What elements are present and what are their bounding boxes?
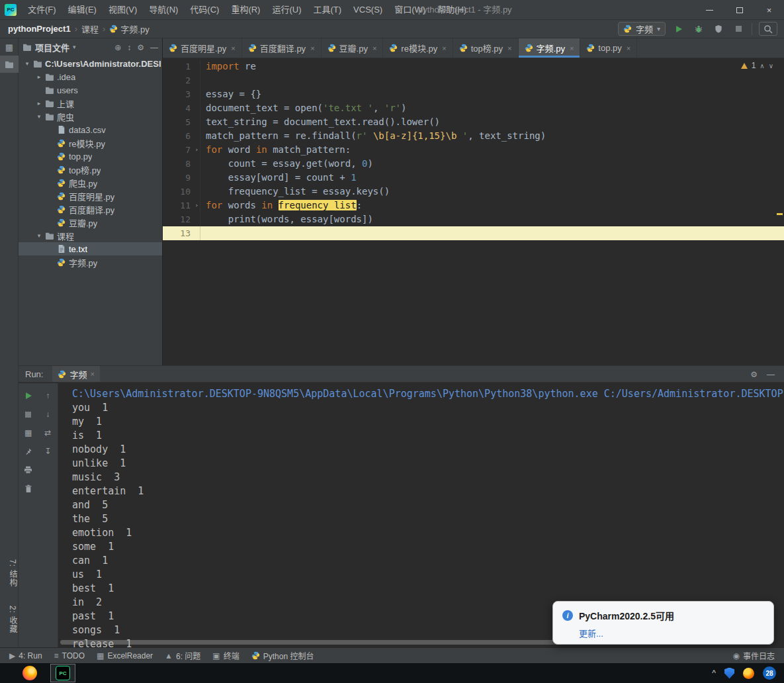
menu-item[interactable]: 运行(U) <box>266 0 307 19</box>
code-line[interactable]: 9 essay[word] = count + 1 <box>163 171 784 185</box>
minimize-button[interactable] <box>695 0 724 20</box>
inspection-widget[interactable]: 1 ∧ ∨ <box>741 61 773 70</box>
line-number[interactable]: 7› <box>163 143 200 157</box>
editor-tab[interactable]: 豆瓣.py× <box>322 38 384 58</box>
debug-button[interactable] <box>692 23 705 36</box>
favorites-tool-tab[interactable]: 2: 收藏 <box>0 606 19 633</box>
locate-icon[interactable]: ⊕ <box>114 42 121 52</box>
code-editor[interactable]: 1import re23essay = {}4document_text = o… <box>163 58 784 365</box>
stop-button[interactable] <box>21 408 36 420</box>
line-number[interactable]: 13 <box>163 226 200 240</box>
layout-button[interactable]: ▦ <box>21 427 36 439</box>
search-button[interactable] <box>759 22 777 36</box>
notification-popup[interactable]: i PyCharm2020.2.5可用 更新... <box>552 601 774 645</box>
status-item[interactable]: ≡TODO <box>54 650 85 661</box>
tray-app-icon[interactable] <box>743 668 754 679</box>
code-line[interactable]: 1import re <box>163 60 784 73</box>
line-number[interactable]: 10 <box>163 185 200 199</box>
close-icon[interactable]: × <box>90 370 94 378</box>
chevron-right-icon[interactable]: ▸ <box>34 100 44 107</box>
rerun-button[interactable] <box>21 390 36 402</box>
tree-item[interactable]: 百度明星.py <box>19 189 162 203</box>
settings-icon[interactable]: ⚙ <box>750 369 758 379</box>
coverage-button[interactable] <box>712 23 725 36</box>
tree-item[interactable]: re模块.py <box>19 136 162 150</box>
tree-item[interactable]: 字频.py <box>19 255 162 269</box>
line-number[interactable]: 2 <box>163 73 200 87</box>
line-number[interactable]: 4 <box>163 101 200 115</box>
menu-item[interactable]: 文件(F) <box>22 0 62 19</box>
code-line[interactable]: 12 print(words, essay[words]) <box>163 212 784 226</box>
line-number[interactable]: 11› <box>163 199 200 212</box>
breadcrumb-item[interactable]: 课程 <box>81 23 99 35</box>
line-number[interactable]: 1 <box>163 60 200 73</box>
fold-chevron-icon[interactable]: › <box>195 199 198 212</box>
menu-item[interactable]: VCS(S) <box>347 0 388 19</box>
up-button[interactable]: ↑ <box>40 390 55 402</box>
tray-badge[interactable]: 28 <box>763 666 776 680</box>
tree-item[interactable]: ▸上课 <box>19 97 162 110</box>
editor-tab[interactable]: 百度明星.py× <box>163 38 242 58</box>
stop-button[interactable] <box>732 23 745 36</box>
code-line[interactable]: 13 <box>163 226 784 240</box>
tree-item[interactable]: ▸.idea <box>19 70 162 83</box>
project-tree[interactable]: ▾C:\Users\Administrator.DESI▸.ideausers▸… <box>19 57 162 365</box>
tree-item[interactable]: 爬虫.py <box>19 176 162 189</box>
line-number[interactable]: 9 <box>163 171 200 185</box>
tree-item[interactable]: top榜.py <box>19 163 162 176</box>
scroll-end-button[interactable]: ↧ <box>40 445 55 457</box>
run-config-selector[interactable]: 字频 ▾ <box>618 22 666 36</box>
maximize-button[interactable] <box>724 0 754 20</box>
chevron-right-icon[interactable]: ▸ <box>34 73 44 80</box>
status-item[interactable]: ▦ExcelReader <box>97 650 153 661</box>
line-number[interactable]: 3 <box>163 87 200 101</box>
line-number[interactable]: 6 <box>163 129 200 143</box>
taskbar-pycharm-button[interactable]: PC <box>50 664 75 682</box>
project-stripe-button[interactable] <box>0 56 19 73</box>
fold-chevron-icon[interactable]: › <box>195 143 198 157</box>
menu-item[interactable]: 工具(T) <box>307 0 347 19</box>
status-item[interactable]: ◉事件日志 <box>733 650 775 661</box>
code-line[interactable]: 3essay = {} <box>163 87 784 101</box>
menu-item[interactable]: 重构(R) <box>225 0 266 19</box>
taskbar-firefox-button[interactable] <box>17 664 42 682</box>
tree-item[interactable]: ▾C:\Users\Administrator.DESI <box>19 57 162 70</box>
tree-item[interactable]: ▾课程 <box>19 229 162 242</box>
collapse-icon[interactable]: ↕ <box>127 42 131 52</box>
close-icon[interactable]: × <box>231 44 235 52</box>
code-line[interactable]: 8 count = essay.get(word, 0) <box>163 157 784 171</box>
code-line[interactable]: 11›for words in frequency_list: <box>163 199 784 212</box>
close-button[interactable]: × <box>754 0 784 20</box>
run-button[interactable] <box>672 23 685 36</box>
prev-warning-button[interactable]: ∧ <box>760 62 764 69</box>
chevron-down-icon[interactable]: ▾ <box>34 113 44 120</box>
close-icon[interactable]: × <box>570 44 574 52</box>
down-button[interactable]: ↓ <box>40 408 55 420</box>
breadcrumb-item[interactable]: 字频.py <box>109 23 149 35</box>
line-number[interactable]: 12 <box>163 212 200 226</box>
status-item[interactable]: ▲6: 问题 <box>165 650 200 661</box>
status-item[interactable]: Python 控制台 <box>251 650 314 661</box>
pin-button[interactable] <box>21 445 36 457</box>
breadcrumb-item[interactable]: pythonProject1 <box>8 24 71 34</box>
chevron-down-icon[interactable]: ▾ <box>22 60 32 67</box>
printer-button[interactable] <box>21 464 36 476</box>
settings-icon[interactable]: ⚙ <box>137 42 144 52</box>
code-line[interactable]: 2 <box>163 73 784 87</box>
menu-item[interactable]: 编辑(E) <box>62 0 103 19</box>
tool-windows-button[interactable]: ▦ <box>0 38 19 56</box>
tray-expand-button[interactable]: ^ <box>712 668 716 678</box>
tree-item[interactable]: te.txt <box>19 242 162 255</box>
code-line[interactable]: 7›for word in match_pattern: <box>163 143 784 157</box>
editor-tab[interactable]: top.py× <box>580 38 637 58</box>
tree-item[interactable]: 豆瓣.py <box>19 216 162 229</box>
editor-tab[interactable]: 百度翻译.py× <box>242 38 322 58</box>
close-icon[interactable]: × <box>627 44 631 52</box>
code-line[interactable]: 10 frequency_list = essay.keys() <box>163 185 784 199</box>
trash-button[interactable] <box>21 482 36 494</box>
code-line[interactable]: 6match_pattern = re.findall(r' \b[a-z]{1… <box>163 129 784 143</box>
tree-item[interactable]: ▾爬虫 <box>19 110 162 123</box>
menu-item[interactable]: 视图(V) <box>103 0 143 19</box>
warning-stripe-mark[interactable] <box>777 213 783 215</box>
structure-tool-tab[interactable]: 7: 结构 <box>0 559 19 587</box>
